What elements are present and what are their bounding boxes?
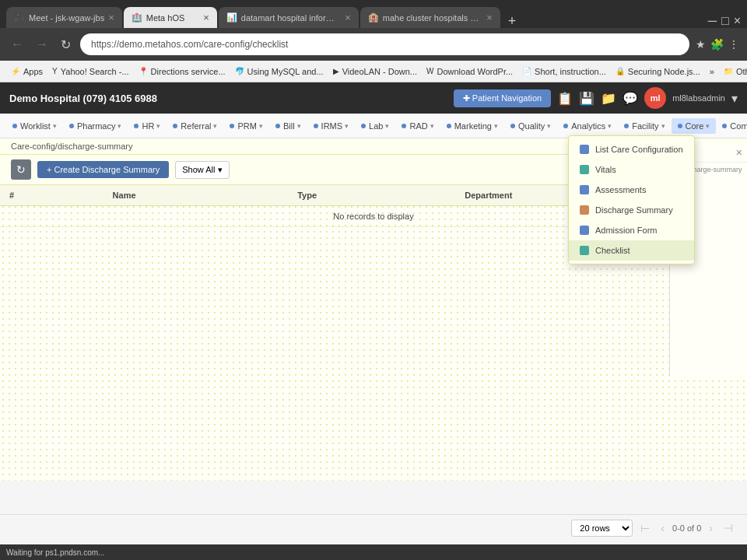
core-dot xyxy=(678,124,682,128)
menu-bill[interactable]: Bill ▾ xyxy=(269,118,307,134)
minimize-icon[interactable]: ─ xyxy=(708,14,717,28)
close-right-panel-button[interactable]: × xyxy=(736,146,742,159)
user-menu-arrow[interactable]: ▾ xyxy=(731,91,738,106)
menu-marketing[interactable]: Marketing ▾ xyxy=(440,118,504,134)
bookmark-wordpress[interactable]: W Download WordPr... xyxy=(422,65,517,78)
patient-navigation-button[interactable]: ✚ Patient Navigation xyxy=(454,89,551,107)
tab-close-metahos[interactable]: × xyxy=(203,12,209,23)
menu-hr[interactable]: HR ▾ xyxy=(128,118,167,134)
clipboard-icon[interactable]: 📋 xyxy=(557,91,573,106)
breadcrumb-text: Care-config/discharge-summary xyxy=(11,142,133,151)
avatar[interactable]: ml xyxy=(644,87,666,109)
bookmark-securing[interactable]: 🔒 Securing Node.js... xyxy=(611,65,705,78)
rows-per-page-select[interactable]: 10 rows 20 rows 50 rows 100 rows xyxy=(571,520,633,537)
save-icon[interactable]: 💾 xyxy=(579,91,594,106)
col-type: Type xyxy=(288,185,455,206)
bookmark-apps[interactable]: ⚡ Apps xyxy=(6,65,47,78)
pharmacy-dot xyxy=(69,124,74,128)
apps-favicon: ⚡ xyxy=(11,67,20,75)
bill-dot xyxy=(275,124,280,128)
admission-form-icon xyxy=(580,226,589,235)
star-icon[interactable]: ★ xyxy=(696,38,706,51)
menu-lab-label: Lab xyxy=(369,121,383,131)
bookmark-yahoo-label: Yahoo! Search -... xyxy=(61,67,129,76)
maximize-icon[interactable]: □ xyxy=(721,14,729,28)
bookmark-videolan[interactable]: ▶ VideoLAN - Down... xyxy=(328,65,422,78)
chat-icon[interactable]: 💬 xyxy=(622,91,638,106)
tab-metahos[interactable]: 🏥 Meta hOS × xyxy=(124,7,217,28)
tab-datamart[interactable]: 📊 datamart hospital information... × xyxy=(219,7,359,28)
hospital-name: Demo Hospital (079) 4105 6988 xyxy=(9,93,454,104)
facility-dot xyxy=(624,124,629,128)
rad-dot xyxy=(402,124,406,128)
extensions-icon[interactable]: 🧩 xyxy=(710,38,724,51)
dropdown-list-care-config[interactable]: List Care Configuration xyxy=(569,139,694,159)
bookmark-directions[interactable]: 📍 Directions service... xyxy=(134,65,230,78)
dropdown-admission-form-label: Admission Form xyxy=(595,226,657,235)
dropdown-checklist[interactable]: Checklist xyxy=(569,240,694,261)
pagination-bar: 10 rows 20 rows 50 rows 100 rows ⊢ ‹ 0-0… xyxy=(0,514,747,541)
back-button[interactable]: ← xyxy=(8,36,26,53)
bookmark-more[interactable]: » xyxy=(705,65,719,78)
worklist-dot xyxy=(12,124,17,128)
bookmarks-bar: ⚡ Apps Y Yahoo! Search -... 📍 Directions… xyxy=(0,61,747,82)
care-dropdown-menu: List Care Configuration Vitals Assessmen… xyxy=(568,135,695,264)
core-arrow: ▾ xyxy=(706,122,710,130)
last-page-button[interactable]: ⊣ xyxy=(721,520,736,536)
tab-mahe[interactable]: 🏨 mahe cluster hospitals ehr rec... × xyxy=(360,7,500,28)
browser-close-icon[interactable]: × xyxy=(734,14,741,28)
menu-quality[interactable]: Quality ▾ xyxy=(504,118,557,134)
yahoo-favicon: Y xyxy=(52,67,58,75)
menu-lab[interactable]: Lab ▾ xyxy=(355,118,395,134)
menu-pharmacy[interactable]: Pharmacy ▾ xyxy=(63,118,128,134)
menu-referral[interactable]: Referral ▾ xyxy=(167,118,223,134)
tab-close-mahe[interactable]: × xyxy=(486,12,493,23)
referral-dot xyxy=(173,124,177,128)
refresh-button[interactable]: ↻ xyxy=(11,159,31,180)
bookmark-mysql[interactable]: 🐬 Using MySQL and... xyxy=(230,65,328,78)
menu-irms[interactable]: IRMS ▾ xyxy=(307,118,356,134)
menu-prm[interactable]: PRM ▾ xyxy=(223,118,268,134)
bookmark-yahoo[interactable]: Y Yahoo! Search -... xyxy=(47,65,134,78)
tab-meet[interactable]: 🎥 Meet - jsk-wgaw-jbs × xyxy=(6,7,122,28)
forward-button[interactable]: → xyxy=(33,36,51,53)
menu-analytics-label: Analytics xyxy=(571,121,605,131)
menu-analytics[interactable]: Analytics ▾ xyxy=(557,118,618,134)
tab-bar: 🎥 Meet - jsk-wgaw-jbs × 🏥 Meta hOS × 📊 d… xyxy=(0,0,747,28)
prev-page-button[interactable]: ‹ xyxy=(658,520,668,536)
url-input[interactable]: https://demo.metahos.com/care-config/che… xyxy=(80,33,689,55)
new-tab-button[interactable]: + xyxy=(502,14,523,28)
create-discharge-summary-button[interactable]: + Create Discharge Summary xyxy=(37,161,169,178)
assessments-icon xyxy=(580,185,589,194)
menu-irms-label: IRMS xyxy=(321,121,343,131)
bookmark-wordpress-label: Download WordPr... xyxy=(437,67,513,76)
menu-facility[interactable]: Facility ▾ xyxy=(618,118,671,134)
tab-close-meet[interactable]: × xyxy=(108,12,114,23)
refresh-button[interactable]: ↻ xyxy=(58,36,74,54)
tab-close-datamart[interactable]: × xyxy=(345,12,351,23)
menu-core[interactable]: Core ▾ xyxy=(672,118,717,134)
hr-arrow: ▾ xyxy=(156,122,160,130)
menu-worklist[interactable]: Worklist ▾ xyxy=(6,118,63,134)
bookmark-other[interactable]: 📁 Other Bookmarks xyxy=(719,65,747,78)
menu-rad[interactable]: RAD ▾ xyxy=(395,118,440,134)
next-page-button[interactable]: › xyxy=(706,520,716,536)
lab-dot xyxy=(361,124,366,128)
show-all-label: Show All xyxy=(182,165,215,174)
prm-arrow: ▾ xyxy=(259,122,263,130)
dropdown-discharge-summary[interactable]: Discharge Summary xyxy=(569,200,694,220)
dropdown-assessments[interactable]: Assessments xyxy=(569,180,694,200)
marketing-arrow: ▾ xyxy=(494,122,498,130)
first-page-button[interactable]: ⊢ xyxy=(637,520,653,536)
discharge-summary-icon xyxy=(580,205,589,215)
bookmark-short[interactable]: 📄 Short, instruction... xyxy=(517,65,611,78)
dropdown-vitals[interactable]: Vitals xyxy=(569,159,694,180)
dropdown-admission-form[interactable]: Admission Form xyxy=(569,220,694,240)
show-all-select[interactable]: Show All ▾ xyxy=(175,161,230,179)
bill-arrow: ▾ xyxy=(297,122,301,130)
folder-icon[interactable]: 📁 xyxy=(601,91,616,106)
menu-comps[interactable]: Comps ▾ xyxy=(716,118,747,134)
settings-icon[interactable]: ⋮ xyxy=(728,38,739,51)
address-bar: ← → ↻ https://demo.metahos.com/care-conf… xyxy=(0,28,747,61)
user-label[interactable]: ml8labsadmin xyxy=(672,93,725,103)
